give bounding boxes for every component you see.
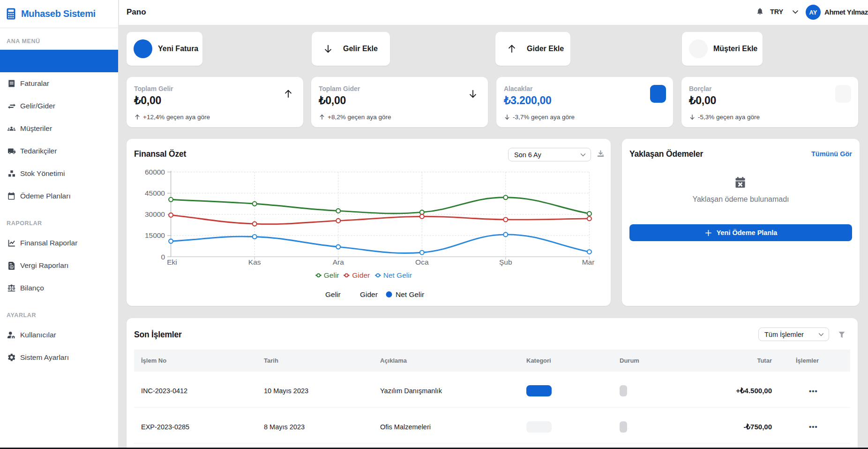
- svg-text:30000: 30000: [145, 210, 165, 218]
- svg-text:Net Gelir: Net Gelir: [396, 290, 424, 298]
- svg-text:Eki: Eki: [167, 258, 177, 266]
- svg-text:Gelir: Gelir: [324, 271, 339, 279]
- svg-text:Oca: Oca: [415, 258, 429, 266]
- svg-text:0: 0: [161, 253, 165, 261]
- svg-text:₺: ₺: [11, 265, 13, 268]
- svg-text:60000: 60000: [145, 168, 165, 176]
- svg-text:45000: 45000: [145, 189, 165, 197]
- svg-text:Gelir: Gelir: [325, 290, 341, 298]
- svg-text:Mar: Mar: [582, 258, 595, 266]
- svg-text:Gider: Gider: [352, 271, 370, 279]
- svg-text:Net Gelir: Net Gelir: [383, 271, 412, 279]
- svg-text:15000: 15000: [145, 231, 165, 239]
- svg-text:Şub: Şub: [499, 258, 512, 266]
- svg-text:Ara: Ara: [333, 258, 344, 266]
- svg-text:Kas: Kas: [248, 258, 261, 266]
- svg-text:Gider: Gider: [360, 290, 378, 298]
